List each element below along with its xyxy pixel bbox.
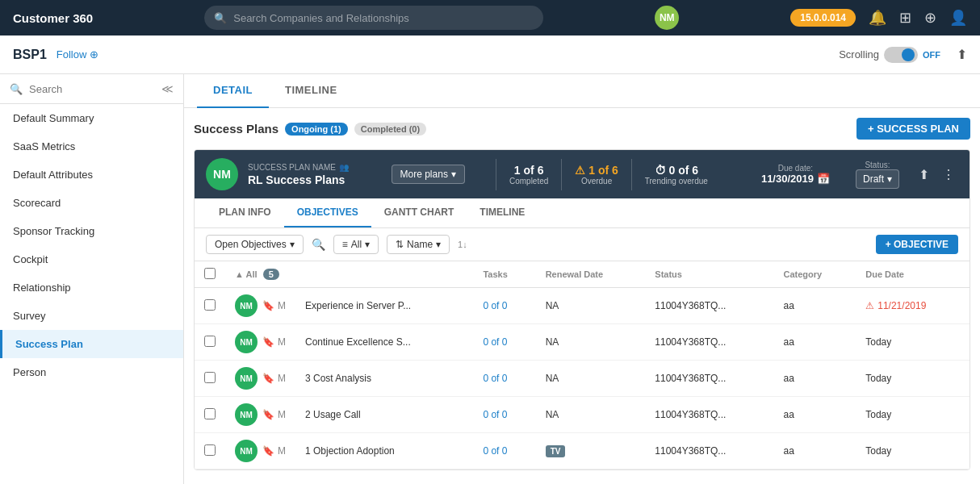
table-row: NM 🔖 M 2 Usage Call 0 of 0 NA 11004Y368T… (195, 397, 970, 433)
warning-icon: ⚠ (575, 164, 585, 177)
follow-button[interactable]: Follow ⊕ (57, 48, 99, 60)
table-row: NM 🔖 M Continue Excellence S... 0 of 0 N… (195, 324, 970, 361)
row-checkbox[interactable] (204, 372, 216, 383)
global-search[interactable]: 🔍 (204, 6, 543, 30)
tasks-link[interactable]: 0 of 0 (483, 336, 507, 348)
sidebar-item-survey[interactable]: Survey (0, 302, 183, 330)
follow-label: Follow (57, 48, 87, 60)
category-value: aa (783, 300, 794, 311)
sidebar-item-sponsor-tracking[interactable]: Sponsor Tracking (0, 217, 183, 245)
row-menu-icon[interactable]: M (278, 336, 286, 348)
user-avatar[interactable]: NM (655, 6, 679, 30)
share-plan-icon[interactable]: ⬆ (915, 164, 932, 186)
row-checkbox[interactable] (204, 299, 216, 311)
nav-icons: 15.0.0.014 🔔 ⊞ ⊕ 👤 (790, 9, 967, 27)
status-cell: 11004Y368TQ... (645, 288, 773, 324)
plan-due-date: Due date: 11/30/2019 📅 (752, 164, 840, 185)
bookmark-icon[interactable]: 🔖 (262, 445, 274, 457)
renewal-date-cell: TV (536, 433, 646, 469)
row-checkbox[interactable] (204, 336, 216, 347)
obj-name[interactable]: 2 Usage Call (295, 397, 473, 433)
obj-name[interactable]: 3 Cost Analysis (295, 361, 473, 397)
search-icon: 🔍 (214, 12, 227, 24)
share-icon[interactable]: ⬆ (957, 47, 967, 62)
sidebar-item-cockpit[interactable]: Cockpit (0, 245, 183, 273)
stat-trending-number: ⏱ 0 of 6 (645, 164, 708, 177)
status-dropdown[interactable]: Draft ▾ (856, 169, 899, 189)
plan-name: RL Success Plans (248, 173, 382, 186)
due-date-label: Due date: (761, 164, 830, 173)
obj-name[interactable]: 1 Objection Adoption (295, 433, 473, 469)
help-icon[interactable]: ⊕ (924, 9, 936, 27)
tasks-link[interactable]: 0 of 0 (483, 300, 507, 311)
grid-icon[interactable]: ⊞ (899, 9, 911, 27)
more-options-icon[interactable]: ⋮ (939, 164, 958, 186)
group-filter[interactable]: ≡ All ▾ (333, 235, 379, 254)
sidebar-search-input[interactable] (29, 83, 155, 95)
tasks-link[interactable]: 0 of 0 (483, 445, 507, 457)
sidebar-item-scorecard[interactable]: Scorecard (0, 189, 183, 217)
bookmark-icon[interactable]: 🔖 (262, 300, 274, 311)
sidebar-collapse-btn[interactable]: ≪ (161, 82, 174, 95)
sidebar-item-success-plan[interactable]: Success Plan (0, 330, 183, 358)
sort-icon: ⇅ (396, 239, 404, 250)
more-plans-button[interactable]: More plans ▾ (392, 165, 465, 184)
profile-icon[interactable]: 👤 (949, 9, 967, 27)
filter-lines-icon: ≡ (342, 239, 348, 250)
calendar-icon[interactable]: 📅 (817, 173, 830, 185)
row-menu-icon[interactable]: M (278, 373, 286, 384)
plan-stats: 1 of 6 Completed ⚠ 1 of 6 Overdue (475, 159, 742, 190)
objectives-search-icon[interactable]: 🔍 (312, 238, 325, 251)
sidebar-nav: Default Summary SaaS Metrics Default Att… (0, 104, 183, 484)
header-expand: ▲ All 5 (225, 261, 295, 288)
plan-tab-objectives[interactable]: OBJECTIVES (284, 198, 371, 227)
status-value: 11004Y368TQ... (655, 373, 726, 384)
obj-name[interactable]: Experience in Server P... (295, 288, 473, 324)
tab-timeline[interactable]: TIMELINE (269, 74, 354, 108)
main-layout: 🔍 ≪ Default Summary SaaS Metrics Default… (0, 74, 980, 484)
sidebar-item-relationship[interactable]: Relationship (0, 273, 183, 302)
row-checkbox[interactable] (204, 408, 216, 419)
stat-overdue-number: ⚠ 1 of 6 (575, 164, 618, 177)
category-cell: aa (773, 397, 856, 433)
scrolling-state: OFF (923, 50, 940, 60)
row-menu-icon[interactable]: M (278, 445, 286, 457)
add-success-plan-button[interactable]: + SUCCESS PLAN (856, 118, 970, 140)
tasks-link[interactable]: 0 of 0 (483, 409, 507, 420)
bookmark-icon[interactable]: 🔖 (262, 373, 274, 384)
sort-order-indicator[interactable]: 1↓ (458, 240, 467, 249)
badge-completed[interactable]: Completed (0) (354, 123, 426, 136)
stat-completed-number: 1 of 6 (509, 164, 548, 177)
objectives-filter[interactable]: Open Objectives ▾ (206, 235, 304, 254)
scrolling-switch[interactable] (884, 47, 918, 63)
due-date-value: Today (865, 336, 891, 348)
row-actions: 🔖 M (262, 300, 286, 311)
sidebar-item-person[interactable]: Person (0, 358, 183, 386)
row-menu-icon[interactable]: M (278, 409, 286, 420)
row-checkbox[interactable] (204, 444, 216, 456)
add-objective-button[interactable]: + OBJECTIVE (876, 235, 958, 254)
sidebar-item-default-summary[interactable]: Default Summary (0, 104, 183, 132)
tab-detail[interactable]: DETAIL (197, 74, 269, 108)
sort-dropdown[interactable]: ⇅ Name ▾ (387, 235, 450, 254)
plan-tab-gantt-chart[interactable]: GANTT CHART (371, 198, 467, 227)
bookmark-icon[interactable]: 🔖 (262, 409, 274, 420)
tasks-link[interactable]: 0 of 0 (483, 373, 507, 384)
search-input[interactable] (233, 12, 534, 24)
plan-tab-plan-info[interactable]: PLAN INFO (206, 198, 284, 227)
sidebar-item-saas-metrics[interactable]: SaaS Metrics (0, 132, 183, 161)
stat-overdue: ⚠ 1 of 6 Overdue (561, 159, 630, 190)
plan-tab-timeline[interactable]: TIMELINE (467, 198, 538, 227)
row-menu-icon[interactable]: M (278, 300, 286, 311)
objectives-table: ▲ All 5 Tasks Renewal Date Status Catego… (195, 261, 970, 469)
sidebar-item-default-attributes[interactable]: Default Attributes (0, 161, 183, 189)
notifications-icon[interactable]: 🔔 (869, 9, 886, 27)
category-cell: aa (773, 433, 856, 469)
plans-area: Success Plans Ongoing (1) Completed (0) … (184, 108, 980, 484)
select-all-checkbox[interactable] (204, 268, 216, 279)
bookmark-icon[interactable]: 🔖 (262, 336, 274, 348)
obj-name[interactable]: Continue Excellence S... (295, 324, 473, 361)
badge-ongoing[interactable]: Ongoing (1) (285, 123, 348, 136)
follow-plus-icon: ⊕ (90, 48, 98, 60)
chevron-down-icon: ▾ (451, 169, 456, 180)
